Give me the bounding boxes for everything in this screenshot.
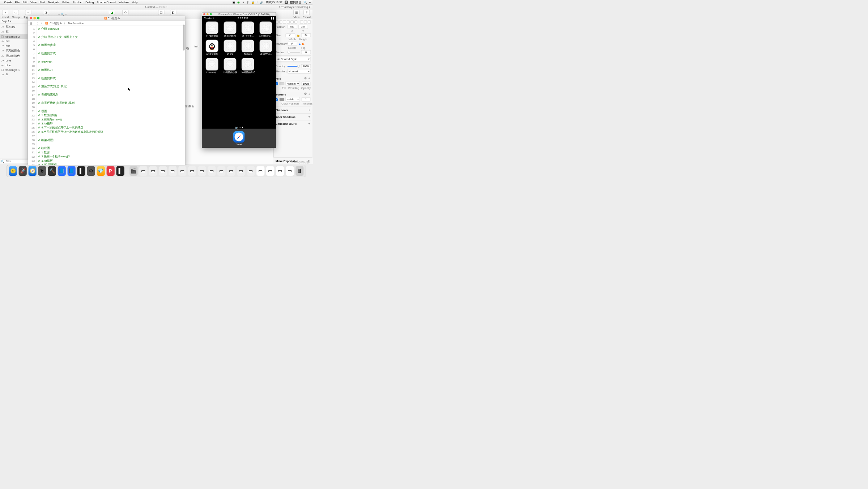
minimized-window[interactable]: ▭ [188,166,196,176]
maximize-icon[interactable] [37,17,40,20]
layer-row[interactable]: Line [0,63,27,68]
app-icon[interactable]: 04-绘图的方式 [239,58,256,75]
app-icon[interactable]: 10-initWith… [258,40,274,57]
minimized-window[interactable]: ▭ [208,166,216,176]
app-icon[interactable]: 06-归档解档 [222,21,238,39]
size-w-input[interactable] [286,33,295,37]
borders-gear-icon[interactable]: ⚙ [304,92,307,96]
safari-icon[interactable]: 🧭 [29,166,37,176]
flip-v-icon[interactable]: ▶ [302,42,305,45]
layer-row[interactable]: Aahei [0,39,27,43]
lock-icon[interactable]: 🔒 [297,34,300,37]
layer-row[interactable]: Aa红 [0,29,27,34]
menu-navigate[interactable]: Navigate [48,1,59,4]
spotlight-icon[interactable]: 🔍 [303,1,307,4]
fill-blending-select[interactable]: Normal▾ [286,81,300,86]
border-swatch[interactable] [280,98,284,101]
opacity-slider[interactable] [288,66,300,67]
plus-icon[interactable]: ＋ [242,0,245,4]
opacity-input[interactable] [301,64,311,68]
menu-debug[interactable]: Debug [85,1,94,4]
fills-gear-icon[interactable]: ⚙ [304,76,307,80]
mouse-app-icon[interactable]: 🖱 [38,166,46,176]
layer-row[interactable]: Rectangle 1 [0,68,27,72]
page-dot-active[interactable] [242,127,243,128]
minimized-window[interactable]: ▭ [276,166,284,176]
clock[interactable]: 周六15:13:32 [266,0,282,4]
minimized-window[interactable]: ▭ [159,166,167,176]
minimized-window[interactable]: ▭ [227,166,235,176]
group-button[interactable]: ▭Group [12,10,20,19]
menu-edit[interactable]: Edit [22,1,27,4]
code-editor[interactable]: 1234567891011121314151617181920212223242… [28,26,185,165]
app-icon[interactable]: 01-modal(… [204,58,220,75]
jump-bar[interactable]: ▦ 〈 〉 h 01-思路.h 〉 No Selection [28,21,185,26]
layer-row[interactable]: Line [0,58,27,63]
related-items-icon[interactable]: ▦ [29,21,33,25]
minimized-window[interactable]: ▭ [217,166,225,176]
app-icon[interactable]: 04-偏好设置 [204,21,220,39]
page-dot-search[interactable]: 🔍 [235,127,236,128]
layer-row[interactable]: Aa填充的颜色 [0,48,27,53]
terminal-icon[interactable]: ▌ [77,166,85,176]
layer-row[interactable]: Aa描边的颜色 [0,53,27,58]
menu-window[interactable]: Window [119,1,129,4]
menu-find[interactable]: Find [39,1,45,4]
jumpbar-selection[interactable]: No Selection [68,21,84,25]
minimize-icon[interactable] [207,13,208,15]
back-icon[interactable]: 〈 [34,21,38,25]
volume-icon[interactable]: 🔊 [260,1,264,4]
minimized-window[interactable]: ▭ [198,166,206,176]
lock-icon[interactable]: 🔒 [251,1,255,4]
minimized-window[interactable]: ▭ [237,166,245,176]
minimize-icon[interactable] [33,17,36,20]
simulator-screen[interactable]: Carrier ⧘ 3:13 PM ▮▮ 04-偏好设置06-归档解档08-字符… [202,16,276,148]
layer-row[interactable]: Rectangle 2 [0,34,27,39]
close-icon[interactable] [30,17,32,20]
shared-style-select[interactable]: No Shared Style▾ [275,57,311,61]
radius-input[interactable] [301,50,311,54]
screen-record-icon[interactable]: ▣ [233,1,235,4]
wifi-icon[interactable]: ⧘ [256,1,258,4]
insert-button[interactable]: ＋Insert [2,10,9,19]
menu-editor[interactable]: Editor [62,1,69,4]
fill-opacity-input[interactable] [301,81,311,85]
launchpad-icon[interactable]: 🚀 [19,166,27,176]
menu-help[interactable]: Help [132,1,137,4]
fill-swatch[interactable] [280,82,284,85]
view-button[interactable]: ▦View [293,10,299,19]
menu-source-control[interactable]: Source Control [97,1,116,4]
app-menu[interactable]: Xcode [4,1,12,4]
menu-file[interactable]: File [15,1,20,4]
app-icon[interactable]: 📘 [67,166,75,176]
menu-product[interactable]: Product [73,1,82,4]
size-h-input[interactable] [301,33,311,37]
pixate-icon[interactable]: P [106,166,114,176]
forward-icon[interactable]: 〉 [40,21,43,25]
position-x-input[interactable] [288,25,297,29]
vertical-scrollbar[interactable] [183,26,185,50]
blending-select[interactable]: Normal▾ [288,69,311,74]
player-icon[interactable]: 🎬 [129,166,137,176]
inner-shadows-add-icon[interactable]: ＋ [308,115,311,119]
app-icon[interactable]: QQ主流框架 [204,40,220,57]
code-area[interactable]: // 介绍 quartz2d// 介绍 图形上下文 绘图上下文// 绘图的步骤/… [37,26,185,165]
border-thickness-input[interactable] [301,97,311,101]
terminal-icon[interactable]: ▌ [116,166,124,176]
layer-row[interactable]: Aa1t [0,72,27,77]
springboard-grid[interactable]: 04-偏好设置06-归档解档08-字符串…12-tabbarC…QQ主流框架14… [202,20,276,126]
ime-label[interactable]: 搜狗拼音 [290,0,301,4]
minimized-window[interactable]: ▭ [169,166,176,176]
xcode-icon[interactable]: 🔨 [48,166,56,176]
minimized-window[interactable]: ▭ [139,166,147,176]
xcode-titlebar[interactable]: h01-思路.h [28,16,185,21]
menu-view[interactable]: View [30,1,37,4]
app-icon[interactable]: 14-QQ [222,40,238,57]
minimized-window[interactable]: ▭ [266,166,274,176]
layer-row[interactable]: Aaheit [0,43,27,48]
sync-icon[interactable]: ◉ [237,1,240,4]
align-controls[interactable] [275,20,311,23]
flip-h-icon[interactable]: ▲ [298,42,301,45]
app-icon[interactable]: 08-字符串… [239,21,256,39]
trash-icon[interactable]: 🗑 [295,166,303,176]
